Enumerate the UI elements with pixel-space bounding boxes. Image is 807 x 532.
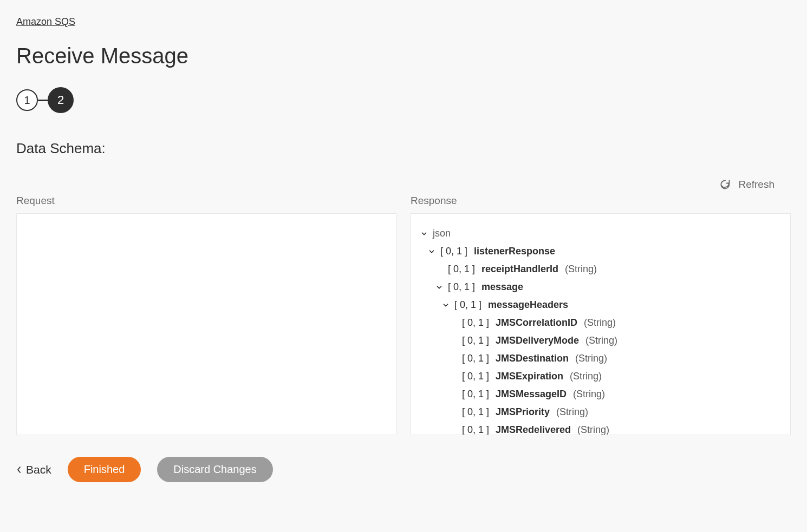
refresh-label: Refresh [738,179,775,191]
tree-node-cardinality: [ 0, 1 ] [462,335,489,346]
tree-node-name: JMSDestination [496,353,569,364]
request-panel-label: Request [16,195,396,207]
tree-node[interactable]: [ 0, 1 ]receiptHandlerId(String) [420,260,782,278]
tree-node[interactable]: [ 0, 1 ]JMSCorrelationID(String) [420,314,782,332]
tree-node-name: JMSRedelivered [496,424,571,435]
request-panel[interactable] [16,213,396,435]
back-label: Back [26,463,51,476]
refresh-button[interactable]: Refresh [720,179,775,191]
step-connector [38,100,48,101]
tree-node[interactable]: [ 0, 1 ]JMSPriority(String) [420,403,782,421]
tree-node[interactable]: [ 0, 1 ]listenerResponse [420,242,782,260]
tree-node[interactable]: [ 0, 1 ]JMSDeliveryMode(String) [420,332,782,350]
tree-node-cardinality: [ 0, 1 ] [462,389,489,400]
breadcrumb-link[interactable]: Amazon SQS [16,16,75,28]
step-1[interactable]: 1 [16,89,38,111]
tree-node-name: JMSExpiration [496,371,563,382]
tree-node-name: JMSDeliveryMode [496,335,579,346]
tree-node-cardinality: [ 0, 1 ] [448,281,475,293]
discard-changes-button[interactable]: Discard Changes [157,457,272,482]
chevron-down-icon[interactable] [435,283,444,292]
tree-node-type: (String) [556,406,588,418]
tree-node-cardinality: [ 0, 1 ] [440,246,467,257]
tree-node[interactable]: [ 0, 1 ]JMSMessageID(String) [420,385,782,403]
tree-node-cardinality: [ 0, 1 ] [462,406,489,418]
tree-node-cardinality: [ 0, 1 ] [462,371,489,382]
response-panel-label: Response [411,195,791,207]
tree-node[interactable]: [ 0, 1 ]message [420,278,782,296]
tree-node[interactable]: [ 0, 1 ]JMSRedelivered(String) [420,421,782,435]
tree-node[interactable]: [ 0, 1 ]JMSDestination(String) [420,350,782,367]
tree-node-cardinality: [ 0, 1 ] [454,299,481,311]
tree-node-name: JMSPriority [496,406,550,418]
chevron-down-icon[interactable] [420,229,428,238]
stepper: 1 2 [16,87,791,113]
tree-node-cardinality: [ 0, 1 ] [448,264,475,275]
tree-node-root[interactable]: json [420,225,782,242]
section-title-data-schema: Data Schema: [16,140,791,157]
chevron-down-icon[interactable] [427,247,436,256]
tree-node-name: JMSCorrelationID [496,317,577,329]
page-title: Receive Message [16,44,791,68]
tree-node-type: (String) [577,424,609,435]
tree-node-cardinality: [ 0, 1 ] [462,424,489,435]
tree-node-name: messageHeaders [488,299,568,311]
tree-node-name: JMSMessageID [496,389,567,400]
tree-node-cardinality: [ 0, 1 ] [462,317,489,329]
tree-root-label: json [433,228,451,239]
tree-node-name: receiptHandlerId [481,264,558,275]
tree-node-type: (String) [584,317,616,329]
tree-node-type: (String) [575,353,607,364]
tree-node-type: (String) [565,264,597,275]
tree-node-cardinality: [ 0, 1 ] [462,353,489,364]
tree-node-type: (String) [573,389,605,400]
refresh-icon [720,179,731,190]
tree-node[interactable]: [ 0, 1 ]JMSExpiration(String) [420,367,782,385]
chevron-left-icon [16,463,22,476]
step-2[interactable]: 2 [48,87,74,113]
back-button[interactable]: Back [16,463,51,476]
tree-node-name: listenerResponse [474,246,555,257]
chevron-down-icon[interactable] [441,301,450,310]
tree-node-type: (String) [585,335,617,346]
response-panel[interactable]: json[ 0, 1 ]listenerResponse[ 0, 1 ]rece… [411,213,791,435]
tree-node[interactable]: [ 0, 1 ]messageHeaders [420,296,782,314]
tree-node-name: message [481,281,523,293]
finished-button[interactable]: Finished [68,457,141,482]
tree-node-type: (String) [570,371,602,382]
